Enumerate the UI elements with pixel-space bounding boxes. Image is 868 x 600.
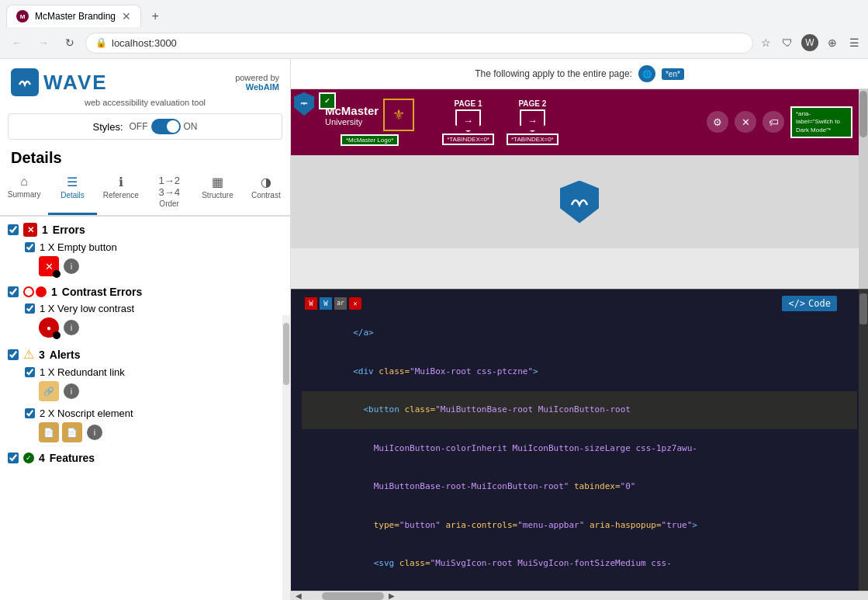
redundant-link-item: 1 X Redundant link <box>25 366 282 378</box>
code-line-6: type="button" aria-controls="menu-appbar… <box>302 506 857 545</box>
contrast-error-icon[interactable]: ● <box>39 317 59 338</box>
code-scrollbar[interactable] <box>859 290 868 591</box>
main-layout: WAVE powered by WebAIM web accessibility… <box>0 59 868 600</box>
tab-bar: M McMaster Branding ✕ + <box>0 0 868 27</box>
noscript-checkbox[interactable] <box>25 408 35 418</box>
tab-close-button[interactable]: ✕ <box>122 10 131 23</box>
code-area: </> Code W W ar ✕ </a> <div class="MuiBo… <box>291 289 868 591</box>
mcmaster-logo-wrap: McMaster University ⚜ ✓ <box>325 99 414 131</box>
alerts-count: 3 <box>39 349 45 361</box>
code-toggle-button[interactable]: </> Code <box>782 296 837 311</box>
error-badge-dot <box>53 270 61 278</box>
header-icon-1[interactable]: ⚙ <box>707 111 728 133</box>
tab-order[interactable]: 1→23→4 Order <box>145 170 193 215</box>
errors-count: 1 <box>42 224 48 236</box>
tab-summary[interactable]: ⌂ Summary <box>0 170 48 215</box>
wave-icon <box>11 68 39 96</box>
tab-structure[interactable]: ▦ Structure <box>193 170 241 215</box>
details-scroll-area[interactable]: ✕ 1 Errors 1 X Empty button ✕ i <box>0 217 290 600</box>
tab-reference[interactable]: ℹ Reference <box>97 170 145 215</box>
noscript-icons: 📄 📄 <box>39 422 82 442</box>
page-view: McMaster University ⚜ ✓ <box>291 89 868 289</box>
redundant-link-checkbox[interactable] <box>25 367 35 377</box>
shield-icon[interactable]: 🛡 <box>780 35 795 50</box>
active-tab[interactable]: M McMaster Branding ✕ <box>6 5 141 27</box>
profile-icon[interactable]: W <box>801 34 818 51</box>
wave-title: WAVE <box>43 71 108 95</box>
features-checkbox[interactable] <box>8 453 19 463</box>
nav-bar: ← → ↻ 🔒 localhost:3000 ☆ 🛡 W ⊕ ☰ <box>0 27 868 58</box>
contrast-errors-checkbox[interactable] <box>8 286 19 297</box>
empty-button-checkbox[interactable] <box>25 242 35 252</box>
h-scroll-right[interactable]: ▶ <box>384 591 399 600</box>
redundant-link-icon-row: 🔗 i <box>39 381 282 401</box>
redundant-link-icon[interactable]: 🔗 <box>39 381 59 401</box>
alerts-checkbox[interactable] <box>8 349 19 360</box>
lang-globe-icon: 🌐 <box>638 65 655 82</box>
features-count: 4 <box>39 452 45 464</box>
toggle-knob <box>167 120 179 133</box>
nav-icons: ☆ 🛡 W ⊕ ☰ <box>758 34 862 51</box>
code-line-2: <div class="MuiBox-root css-ptczne"> <box>302 352 857 391</box>
details-icon: ☰ <box>67 175 78 189</box>
errors-section: ✕ 1 Errors 1 X Empty button ✕ i <box>8 223 282 276</box>
forward-button[interactable]: → <box>33 32 54 54</box>
contrast-errors-section: 1 Contrast Errors 1 X Very low contrast … <box>8 286 282 338</box>
h-scroll-thumb <box>322 592 384 600</box>
tab-details[interactable]: ☰ Details <box>48 170 96 215</box>
page-scrollbar[interactable] <box>859 89 868 289</box>
h-scroll-left[interactable]: ◀ <box>291 591 306 600</box>
mcmaster-header-wrapper: McMaster University ⚜ ✓ <box>291 89 868 155</box>
reference-label: Reference <box>103 191 139 199</box>
code-line-4: MuiIconButton-colorInherit MuiIconButton… <box>302 429 857 468</box>
noscript-label: 2 X Noscript element <box>40 408 133 419</box>
errors-header: ✕ 1 Errors <box>8 223 282 237</box>
features-header: ✓ 4 Features <box>8 452 282 464</box>
redundant-link-info[interactable]: i <box>64 383 79 399</box>
menu-icon[interactable]: ☰ <box>846 35 862 50</box>
refresh-button[interactable]: ↻ <box>59 32 81 54</box>
sidebar-scrollbar[interactable] <box>282 315 290 600</box>
noscript-icon-2[interactable]: 📄 <box>62 422 82 442</box>
favorites-icon[interactable]: ☆ <box>758 35 773 50</box>
extensions-icon[interactable]: ⊕ <box>825 35 840 50</box>
wave-logo: WAVE <box>11 68 108 96</box>
address-bar[interactable]: 🔒 localhost:3000 <box>85 33 753 54</box>
empty-button-info-icon[interactable]: i <box>64 258 79 274</box>
noscript-info[interactable]: i <box>87 425 102 440</box>
header-right: ⚙ ✕ 🏷 *aria-label="Switch to Dark Mode"* <box>707 106 852 138</box>
back-button[interactable]: ← <box>6 32 28 54</box>
webaim-link[interactable]: WebAIM <box>246 82 279 92</box>
tab-contrast[interactable]: ◑ Contrast <box>242 170 290 215</box>
styles-bar: Styles: OFF ON <box>8 113 282 140</box>
page-notice: The following apply to the entire page: … <box>291 59 868 89</box>
aria-label-badge: *aria-label="Switch to Dark Mode"* <box>790 106 852 138</box>
empty-button-icon-row: ✕ i <box>39 256 282 276</box>
header-icon-tag[interactable]: 🏷 <box>763 111 784 133</box>
header-icon-x[interactable]: ✕ <box>735 111 756 133</box>
low-contrast-checkbox[interactable] <box>25 303 35 314</box>
toggle-switch[interactable] <box>151 119 181 134</box>
empty-button-error-icon[interactable]: ✕ <box>39 256 59 276</box>
code-badge-2: W <box>320 297 332 310</box>
details-heading: Details <box>0 143 290 170</box>
noscript-icon-1[interactable]: 📄 <box>39 422 59 442</box>
noscript-item: 2 X Noscript element <box>25 408 282 419</box>
contrast-label: Contrast <box>251 191 281 199</box>
toggle-off-label: OFF <box>130 121 148 132</box>
sidebar: WAVE powered by WebAIM web accessibility… <box>0 59 291 600</box>
contrast-info-icon[interactable]: i <box>64 320 79 335</box>
code-icon-badges: W W ar ✕ <box>305 297 857 310</box>
new-tab-button[interactable]: + <box>144 5 166 27</box>
logo-wave-check: ✓ <box>319 92 336 109</box>
errors-checkbox[interactable] <box>8 224 19 235</box>
page1-nav: PAGE 1 → *TABINDEX=0* <box>442 99 494 145</box>
page1-tabindex: *TABINDEX=0* <box>442 134 494 145</box>
horizontal-scrollbar[interactable]: ◀ ▶ <box>291 591 868 600</box>
order-icon: 1→23→4 <box>158 175 179 198</box>
style-toggle[interactable]: OFF ON <box>130 119 198 134</box>
wave-center-shield <box>560 181 599 224</box>
details-label: Details <box>61 191 85 199</box>
page2-shield: → <box>520 109 545 132</box>
wave-powered: powered by WebAIM <box>235 73 279 92</box>
